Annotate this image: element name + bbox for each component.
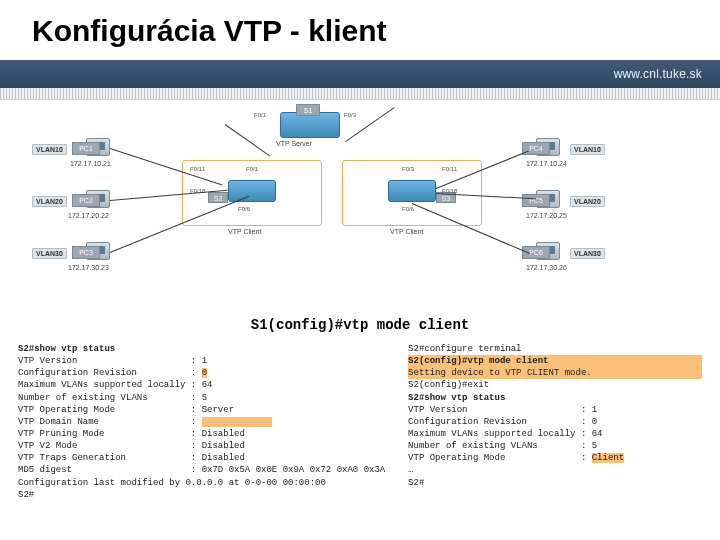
- config-command: S1(config)#vtp mode client: [0, 317, 720, 333]
- ruler-decoration: [0, 88, 720, 100]
- ip-label: 172.17.30.23: [68, 264, 109, 271]
- port-label: F0/6: [238, 206, 250, 212]
- cli-line: VTP Domain Name :: [18, 417, 272, 427]
- cli-line: S2#show vtp status: [408, 393, 505, 403]
- cli-line: VTP V2 Mode : Disabled: [18, 441, 245, 451]
- ip-label: 172.17.10.21: [70, 160, 111, 167]
- banner: www.cnl.tuke.sk: [0, 60, 720, 88]
- slide-title: Konfigurácia VTP - klient: [0, 0, 720, 60]
- ip-label: 172.17.20.22: [68, 212, 109, 219]
- port-label: F0/3: [344, 112, 356, 118]
- cli-line: VTP Pruning Mode : Disabled: [18, 429, 245, 439]
- cli-line: S2#: [18, 490, 34, 500]
- cli-line: S2(config)#exit: [408, 380, 489, 390]
- cli-line: S2#configure terminal: [408, 344, 521, 354]
- cli-line: …: [408, 465, 413, 475]
- topology-diagram: S1 VTP Server F0/1 F0/3 S2 VTP Client F0…: [32, 108, 688, 313]
- switch-label-s1: S1: [296, 104, 320, 116]
- cli-line-highlight: Setting device to VTP CLIENT mode.: [408, 367, 702, 379]
- cli-line: MD5 digest : 0x7D 0x5A 0x0E 0x9A 0x72 0x…: [18, 465, 385, 475]
- pc-label: PC1: [72, 142, 100, 155]
- cli-line: Maximum VLANs supported locally : 64: [18, 380, 212, 390]
- ip-label: 172.17.30.26: [526, 264, 567, 271]
- cli-line: VTP Version : 1: [408, 405, 597, 415]
- cli-line: S2#show vtp status: [18, 344, 115, 354]
- switch-label-s2: S2: [208, 192, 228, 203]
- s1-role: VTP Server: [276, 140, 312, 147]
- pc-label: PC2: [72, 194, 100, 207]
- cli-line: Configuration Revision : 0: [408, 417, 597, 427]
- cli-right: S2#configure terminal S2(config)#vtp mod…: [408, 343, 702, 501]
- s3-role: VTP Client: [390, 228, 423, 235]
- port-label: F0/1: [246, 166, 258, 172]
- cli-line: VTP Version : 1: [18, 356, 207, 366]
- port-label: F0/1: [254, 112, 266, 118]
- pc-label: PC3: [72, 246, 100, 259]
- vlan-badge: VLAN20: [570, 196, 605, 207]
- vlan-badge: VLAN10: [570, 144, 605, 155]
- vlan-badge: VLAN30: [32, 248, 67, 259]
- switch-icon: [228, 180, 276, 202]
- cli-left: S2#show vtp status VTP Version : 1 Confi…: [18, 343, 392, 501]
- ip-label: 172.17.10.24: [526, 160, 567, 167]
- port-label: F0/11: [442, 166, 457, 172]
- cli-line: VTP Traps Generation : Disabled: [18, 453, 245, 463]
- cli-line: Configuration Revision : 0: [18, 368, 207, 378]
- cli-line-highlight: S2(config)#vtp mode client: [408, 355, 702, 367]
- link-line: [225, 124, 271, 156]
- cli-line: S2#: [408, 478, 424, 488]
- port-label: F0/3: [402, 166, 414, 172]
- vlan-badge: VLAN30: [570, 248, 605, 259]
- pc-label: PC4: [522, 142, 550, 155]
- cli-line: Maximum VLANs supported locally : 64: [408, 429, 602, 439]
- cli-outputs: S2#show vtp status VTP Version : 1 Confi…: [18, 343, 702, 501]
- switch-icon: [388, 180, 436, 202]
- port-label: F0/6: [402, 206, 414, 212]
- cli-line: VTP Operating Mode : Client: [408, 453, 624, 463]
- pc-label: PC5: [522, 194, 550, 207]
- cli-line: Number of existing VLANs : 5: [18, 393, 207, 403]
- s2-role: VTP Client: [228, 228, 261, 235]
- port-label: F0/11: [190, 166, 205, 172]
- vlan-badge: VLAN20: [32, 196, 67, 207]
- banner-url: www.cnl.tuke.sk: [614, 67, 702, 81]
- cli-line: Number of existing VLANs : 5: [408, 441, 597, 451]
- cli-line: VTP Operating Mode : Server: [18, 405, 234, 415]
- cli-line: Configuration last modified by 0.0.0.0 a…: [18, 478, 326, 488]
- ip-label: 172.17.20.25: [526, 212, 567, 219]
- vlan-badge: VLAN10: [32, 144, 67, 155]
